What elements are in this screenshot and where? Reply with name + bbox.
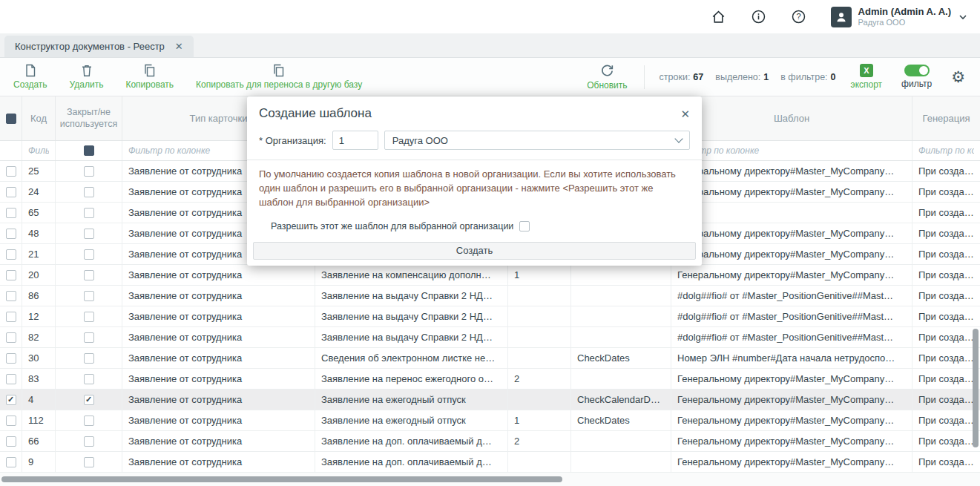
home-icon[interactable] [711,9,727,25]
cell-proc [571,327,671,347]
organization-code-input[interactable] [332,131,378,150]
column-header-generation[interactable]: Генерация [912,96,980,140]
cell-generation: При созда… [912,348,980,368]
row-checkbox[interactable] [6,395,16,405]
closed-checkbox[interactable] [84,353,94,364]
column-header-code[interactable]: Код [22,96,56,140]
cell-code: 82 [22,327,56,347]
tab-close-icon[interactable] [175,42,183,51]
table-row[interactable]: 82 Заявление от сотрудника Заявление на … [0,327,980,348]
dialog-close-icon[interactable] [680,108,690,119]
tab-document-constructor[interactable]: Конструктор документов - Реестр [4,36,194,57]
closed-checkbox[interactable] [84,291,94,301]
filter-input-code[interactable] [22,145,55,156]
copy-transfer-button[interactable]: Копировать для переноса в другую базу [196,64,362,90]
delete-button[interactable]: Удалить [70,64,104,90]
row-checkbox[interactable] [6,353,16,364]
cell-template: Генеральному директору#Master_MyCompany… [671,182,912,202]
user-menu[interactable]: Admin (Admin A. A.) Радуга ООО [831,6,968,28]
organization-select[interactable]: Радуга ООО [384,131,690,150]
export-button[interactable]: X экспорт [851,64,883,90]
toolbar: Создать Удалить Копировать Копировать дл… [0,58,980,96]
cell-code: 66 [22,431,56,451]
row-checkbox[interactable] [6,374,16,384]
gear-icon[interactable] [951,69,965,85]
row-checkbox[interactable] [6,229,16,239]
create-template-button[interactable]: Создать [253,242,696,260]
table-row[interactable]: 30 Заявление от сотрудника Сведения об э… [0,348,980,369]
cell-template: Генеральному директору#Master_MyCompany… [671,369,912,389]
column-header-template[interactable]: Шаблон [671,96,912,140]
closed-checkbox[interactable] [84,229,94,239]
vertical-scrollbar[interactable] [973,329,979,447]
table-row[interactable]: 83 Заявление от сотрудника Заявление на … [0,369,980,390]
toggle-on-icon[interactable] [904,65,930,76]
row-checkbox[interactable] [6,436,16,447]
table-row[interactable]: 4 Заявление от сотрудника Заявление на е… [0,390,980,410]
closed-checkbox[interactable] [84,416,94,426]
closed-checkbox[interactable] [84,457,94,467]
refresh-button[interactable]: Обновить [587,64,627,91]
horizontal-scrollbar[interactable] [1,476,562,482]
cell-card-type: Заявление от сотрудника [122,452,315,472]
help-icon[interactable]: ? [791,9,807,25]
stat-rows: строки:67 [660,72,704,82]
cell-num: 2 [508,431,571,451]
table-row[interactable]: 9 Заявление от сотрудника Заявление на д… [0,452,980,473]
cell-template: #dolg##fio# от #Master_PositionGenitive#… [671,327,912,347]
row-checkbox[interactable] [6,270,16,280]
closed-filter-checkbox[interactable] [84,145,94,156]
info-icon[interactable] [751,9,767,25]
dialog-header: Создание шаблона [247,96,702,128]
select-all-checkbox[interactable] [6,114,16,124]
closed-checkbox[interactable] [84,270,94,280]
table-row[interactable]: 66 Заявление от сотрудника Заявление на … [0,431,980,452]
copy-button[interactable]: Копировать [125,64,174,90]
cell-generation: При созда… [912,244,980,264]
cell-code: 65 [22,203,56,223]
row-checkbox[interactable] [6,312,16,322]
cell-code: 4 [22,390,56,410]
filter-toggle[interactable]: фильтр [901,65,932,89]
closed-checkbox[interactable] [84,332,94,343]
row-checkbox[interactable] [6,332,16,343]
closed-checkbox[interactable] [84,374,94,384]
row-checkbox[interactable] [6,249,16,260]
stat-filtered: в фильтре:0 [780,72,835,82]
filter-input-generation[interactable] [912,145,980,156]
closed-checkbox[interactable] [84,208,94,218]
tab-bar: Конструктор документов - Реестр [0,33,980,58]
row-checkbox[interactable] [6,457,16,467]
create-button[interactable]: Создать [13,64,47,90]
closed-checkbox[interactable] [84,312,94,322]
closed-checkbox[interactable] [84,166,94,177]
trash-icon [80,64,93,77]
closed-checkbox[interactable] [84,395,94,405]
table-row[interactable]: 20 Заявление от сотрудника Заявление на … [0,265,980,286]
cell-proc [571,369,671,389]
row-checkbox[interactable] [6,416,16,426]
cell-code: 24 [22,182,56,202]
cell-code: 9 [22,452,56,472]
closed-checkbox[interactable] [84,436,94,447]
table-row[interactable]: 112 Заявление от сотрудника Заявление на… [0,410,980,431]
document-icon [24,64,37,77]
cell-generation: При созда… [912,369,980,389]
table-row[interactable]: 12 Заявление от сотрудника Заявление на … [0,306,980,327]
column-header-closed[interactable]: Закрыт/не используется [56,96,122,140]
cell-code: 12 [22,306,56,326]
row-checkbox[interactable] [6,187,16,197]
row-checkbox[interactable] [6,166,16,177]
refresh-icon [600,64,614,78]
closed-checkbox[interactable] [84,187,94,197]
cell-name: Заявление на ежегодный отпуск [315,390,508,410]
row-checkbox[interactable] [6,291,16,301]
cell-proc [571,431,671,451]
table-row[interactable]: 86 Заявление от сотрудника Заявление на … [0,286,980,306]
cell-name: Заявление на доп. оплачиваемый д… [315,452,508,472]
allow-template-checkbox[interactable] [519,221,530,231]
filter-input-template[interactable] [671,145,912,156]
closed-checkbox[interactable] [84,249,94,260]
row-checkbox[interactable] [6,208,16,218]
cell-card-type: Заявление от сотрудника [122,348,315,368]
